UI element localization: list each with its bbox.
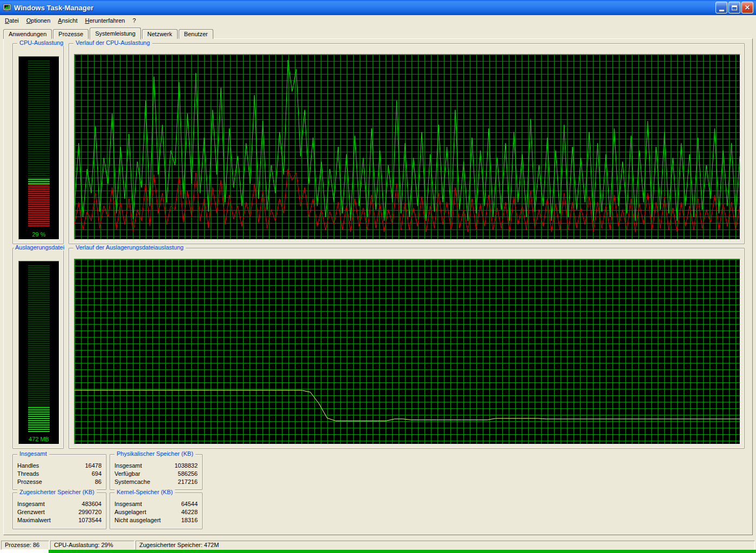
cpu-gauge-caption: CPU-Auslastung xyxy=(17,39,65,46)
cpu-history-caption: Verlauf der CPU-Auslastung xyxy=(73,39,152,46)
stat-value: 16478 xyxy=(85,462,102,470)
window-titlebar: Windows Task-Manager ✕ xyxy=(0,0,756,15)
stat-row: Grenzwert2990720 xyxy=(17,508,102,516)
stat-row: Prozesse86 xyxy=(17,478,102,486)
kernel-memory-caption: Kernel-Speicher (KB) xyxy=(114,489,175,495)
performance-tab-panel: CPU-Auslastung 29 % Verlauf der CPU-Ausl… xyxy=(3,38,753,535)
stat-row: Threads694 xyxy=(17,470,102,478)
statusbar: Prozesse: 86 CPU-Auslastung: 29% Zugesic… xyxy=(1,541,755,550)
window-title: Windows Task-Manager xyxy=(14,4,93,12)
stat-value: 18316 xyxy=(181,516,198,524)
stat-label: Grenzwert xyxy=(17,508,45,516)
stat-label: Insgesamt xyxy=(114,462,142,470)
stat-label: Maximalwert xyxy=(17,516,51,524)
physical-memory-group: Physikalischer Speicher (KB) Insgesamt10… xyxy=(110,454,202,490)
stat-value: 86 xyxy=(95,478,102,486)
stat-label: Prozesse xyxy=(17,478,42,486)
stat-row: Maximalwert1073544 xyxy=(17,516,102,524)
status-commit-charge: Zugesicherter Speicher: 472M xyxy=(136,541,755,550)
cpu-history-chart xyxy=(74,54,740,240)
cpu-gauge-panel: 29 % xyxy=(18,56,59,240)
menu-item-optionen[interactable]: Optionen xyxy=(23,16,55,25)
stat-value: 1038832 xyxy=(174,462,198,470)
cpu-gauge-value: 29 % xyxy=(19,231,59,238)
close-button[interactable]: ✕ xyxy=(741,2,753,14)
menu-item-herunterfahren[interactable]: Herunterfahren xyxy=(81,16,129,25)
totals-group: Insgesamt Handles16478 Threads694 Prozes… xyxy=(12,454,106,490)
stat-label: Nicht ausgelagert xyxy=(114,516,161,524)
stat-value: 1073544 xyxy=(78,516,102,524)
menu-item-datei[interactable]: Datei xyxy=(1,16,23,25)
pagefile-gauge-group: Auslagerungsdatei 472 MB xyxy=(12,248,64,449)
pagefile-history-chart xyxy=(74,259,740,444)
stat-row: Handles16478 xyxy=(17,462,102,470)
totals-caption: Insgesamt xyxy=(17,450,49,457)
stat-value: 2990720 xyxy=(78,508,102,516)
cpu-gauge-group: CPU-Auslastung 29 % xyxy=(12,43,64,244)
tab-strip: AnwendungenProzesseSystemleistungNetzwer… xyxy=(3,27,214,39)
pagefile-gauge xyxy=(28,265,50,432)
status-cpu-usage: CPU-Auslastung: 29% xyxy=(50,541,134,550)
cpu-history-group: Verlauf der CPU-Auslastung xyxy=(69,43,745,244)
stat-label: Threads xyxy=(17,470,39,478)
tab-prozesse[interactable]: Prozesse xyxy=(53,29,89,39)
app-icon xyxy=(3,3,11,12)
stat-value: 64544 xyxy=(181,500,198,508)
stat-value: 46228 xyxy=(181,508,198,516)
physical-memory-caption: Physikalischer Speicher (KB) xyxy=(114,450,195,457)
stat-value: 217216 xyxy=(178,478,198,486)
stat-row: Insgesamt1038832 xyxy=(114,462,198,470)
stat-label: Ausgelagert xyxy=(114,508,146,516)
maximize-icon xyxy=(732,5,737,10)
tab-anwendungen[interactable]: Anwendungen xyxy=(3,29,52,39)
stat-row: Nicht ausgelagert18316 xyxy=(114,516,198,524)
desktop-strip-white xyxy=(0,550,49,553)
stat-row: Ausgelagert46228 xyxy=(114,508,198,516)
minimize-icon xyxy=(719,10,724,11)
tab-benutzer[interactable]: Benutzer xyxy=(179,29,213,39)
stat-label: Insgesamt xyxy=(114,500,142,508)
maximize-button[interactable] xyxy=(728,2,740,14)
desktop-strip-green xyxy=(49,550,756,553)
stat-row: Insgesamt64544 xyxy=(114,500,198,508)
stat-label: Systemcache xyxy=(114,478,150,486)
minimize-button[interactable] xyxy=(716,2,727,14)
stat-value: 483604 xyxy=(82,500,102,508)
stat-row: Systemcache217216 xyxy=(114,478,198,486)
status-processes: Prozesse: 86 xyxy=(1,541,49,550)
commit-charge-caption: Zugesicherter Speicher (KB) xyxy=(17,489,97,495)
stat-label: Insgesamt xyxy=(17,500,45,508)
cpu-gauge xyxy=(28,60,50,227)
pagefile-history-group: Verlauf der Auslagerungsdateiauslastung xyxy=(69,248,745,449)
tab-systemleistung[interactable]: Systemleistung xyxy=(90,28,141,39)
stat-value: 586256 xyxy=(178,470,198,478)
kernel-memory-group: Kernel-Speicher (KB) Insgesamt64544 Ausg… xyxy=(110,493,202,529)
close-icon: ✕ xyxy=(745,4,750,11)
stat-value: 694 xyxy=(92,470,102,478)
tab-netzwerk[interactable]: Netzwerk xyxy=(142,29,178,39)
stat-row: Insgesamt483604 xyxy=(17,500,102,508)
menu-item-hilfe[interactable]: ? xyxy=(129,16,139,25)
pagefile-gauge-panel: 472 MB xyxy=(18,261,59,444)
commit-charge-group: Zugesicherter Speicher (KB) Insgesamt483… xyxy=(12,493,106,529)
pagefile-history-caption: Verlauf der Auslagerungsdateiauslastung xyxy=(73,244,186,251)
menu-item-ansicht[interactable]: Ansicht xyxy=(54,16,81,25)
stat-row: Verfügbar586256 xyxy=(114,470,198,478)
stat-label: Verfügbar xyxy=(114,470,140,478)
stat-label: Handles xyxy=(17,462,39,470)
pagefile-gauge-value: 472 MB xyxy=(19,436,59,442)
desktop-strip xyxy=(0,550,756,553)
menubar: DateiOptionenAnsichtHerunterfahren? xyxy=(0,15,756,25)
pagefile-gauge-caption: Auslagerungsdatei xyxy=(14,244,65,251)
